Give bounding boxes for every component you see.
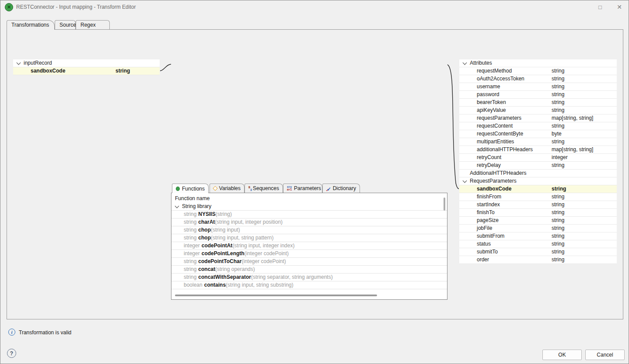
cancel-button[interactable]: Cancel	[585, 350, 625, 360]
function-return-type: integer	[184, 243, 200, 249]
functions-icon	[176, 187, 180, 191]
function-row[interactable]: stringchop(string input, string pattern)	[171, 234, 447, 242]
chevron-down-icon[interactable]	[463, 179, 467, 183]
maximize-button[interactable]: □	[591, 0, 609, 14]
field-name: requestMethod	[477, 68, 512, 74]
table-row[interactable]: oAuth2AccessToken string	[459, 75, 617, 83]
function-row[interactable]: booleancontains(string input, string sub…	[171, 281, 447, 289]
field-name: requestContent	[477, 123, 513, 129]
field-name: oAuth2AccessToken	[477, 76, 524, 82]
table-row[interactable]: requestMethod string	[459, 67, 617, 75]
field-name: Attributes	[470, 60, 492, 66]
field-name: apiKeyValue	[477, 107, 506, 113]
table-row[interactable]: pageSize string	[459, 217, 617, 225]
table-row[interactable]: startIndex string	[459, 201, 617, 209]
question-mark-icon: ?	[10, 350, 13, 357]
table-row[interactable]: sandboxCode string	[13, 67, 160, 75]
function-return-type: string	[184, 266, 196, 272]
function-args: (string operands)	[215, 266, 255, 272]
tab-source[interactable]: Source	[55, 20, 76, 29]
field-name: submitTo	[477, 249, 498, 255]
close-icon: ✕	[617, 3, 622, 10]
app-logo-x: ✕	[7, 5, 11, 10]
table-row[interactable]: finishFrom string	[459, 193, 617, 201]
function-row[interactable]: stringcodePointToChar(integer codePoint)	[171, 258, 447, 266]
function-args: (integer codePoint)	[241, 258, 286, 264]
field-type: string	[552, 107, 564, 114]
chevron-down-icon[interactable]	[175, 204, 179, 208]
tab-variables[interactable]: Variables	[210, 184, 245, 193]
function-row[interactable]: stringcharAt(string input, integer posit…	[171, 218, 447, 226]
function-row[interactable]: integercodePointAt(string input, integer…	[171, 242, 447, 250]
table-row[interactable]: submitTo string	[459, 248, 617, 256]
variables-icon	[213, 186, 217, 191]
right-table-body: Attributes requestMethod string oAuth2Ac…	[459, 59, 617, 299]
table-row[interactable]: bearerToken string	[459, 99, 617, 107]
vertical-scrollbar[interactable]	[444, 198, 445, 211]
function-name: concat	[198, 266, 215, 272]
table-row[interactable]: status string	[459, 240, 617, 248]
table-row[interactable]: retryCount integer	[459, 154, 617, 162]
tab-regex-tester[interactable]: Regex tester	[76, 20, 110, 29]
chevron-down-icon[interactable]	[17, 61, 21, 65]
output-fields-table: Field Type Attributes requestMethod stri…	[459, 49, 617, 300]
field-name: AdditionalHTTPHeaders	[470, 170, 526, 176]
chevron-down-icon[interactable]	[463, 61, 467, 65]
function-row[interactable]: stringconcatWithSeparator(string separat…	[171, 274, 447, 281]
horizontal-scrollbar[interactable]	[175, 295, 377, 296]
function-row[interactable]: stringconcat(string operands)	[171, 266, 447, 274]
table-row[interactable]: sandboxCode string	[459, 185, 617, 193]
field-type: string	[552, 75, 564, 83]
tab-parameters[interactable]: x=ya=1 Parameters	[283, 184, 322, 193]
function-return-type: string	[184, 219, 196, 225]
tab-functions-label: Functions	[182, 184, 205, 193]
table-row[interactable]: finishTo string	[459, 209, 617, 217]
function-return-type: string	[184, 211, 196, 217]
table-row[interactable]: username string	[459, 83, 617, 91]
field-name: submitFrom	[477, 233, 504, 239]
table-row[interactable]: requestContentByte byte	[459, 130, 617, 138]
field-type: byte	[552, 130, 562, 138]
function-name: codePointToChar	[198, 258, 241, 264]
table-row[interactable]: AdditionalHTTPHeaders	[459, 170, 617, 177]
tab-parameters-label: Parameters	[294, 184, 321, 193]
tab-dictionary[interactable]: ✓✓ Dictionary	[322, 184, 360, 193]
field-name: inputRecord	[24, 60, 52, 66]
field-type: string	[552, 256, 564, 263]
table-row[interactable]: inputRecord	[13, 59, 160, 67]
field-name: password	[477, 91, 499, 97]
function-name: charAt	[198, 219, 215, 225]
tab-functions[interactable]: Functions	[172, 184, 209, 193]
table-row[interactable]: requestContent string	[459, 122, 617, 130]
table-row[interactable]: submitFrom string	[459, 232, 617, 240]
tab-transformations[interactable]: Transformations	[7, 20, 55, 30]
function-row[interactable]: stringNYSIIS(string)	[171, 211, 447, 218]
tab-sequences[interactable]: 093 Sequences	[245, 184, 283, 193]
table-row[interactable]: requestParameters map[string, string]	[459, 114, 617, 122]
table-row[interactable]: multipartEntities string	[459, 138, 617, 146]
help-button[interactable]: ?	[7, 349, 16, 358]
field-type: string	[115, 67, 130, 75]
function-name: codePointAt	[202, 243, 233, 249]
close-button[interactable]: ✕	[610, 0, 629, 14]
ok-button[interactable]: OK	[542, 350, 582, 360]
function-row[interactable]: integercodePointLength(integer codePoint…	[171, 250, 447, 258]
transform-editor-window: { "window": { "title": "RESTConnector - …	[0, 0, 629, 364]
field-name: finishTo	[477, 209, 495, 215]
table-row[interactable]: order string	[459, 256, 617, 264]
field-type: string	[552, 232, 564, 240]
table-row[interactable]: retryDelay string	[459, 162, 617, 170]
field-type: map[string, string]	[552, 146, 593, 153]
table-row[interactable]: password string	[459, 91, 617, 99]
field-name: bearerToken	[477, 99, 506, 105]
function-group-row[interactable]: String library	[171, 203, 447, 211]
seq-digit: 3	[250, 188, 252, 191]
table-row[interactable]: apiKeyValue string	[459, 107, 617, 114]
validation-status: Transformation is valid	[19, 329, 71, 336]
function-row[interactable]: stringchop(string input)	[171, 226, 447, 234]
table-row[interactable]: jobFile string	[459, 225, 617, 232]
field-type: string	[552, 225, 564, 232]
table-row[interactable]: RequestParameters	[459, 177, 617, 185]
table-row[interactable]: additionalHTTPHeaders map[string, string…	[459, 146, 617, 154]
table-row[interactable]: Attributes	[459, 59, 617, 67]
